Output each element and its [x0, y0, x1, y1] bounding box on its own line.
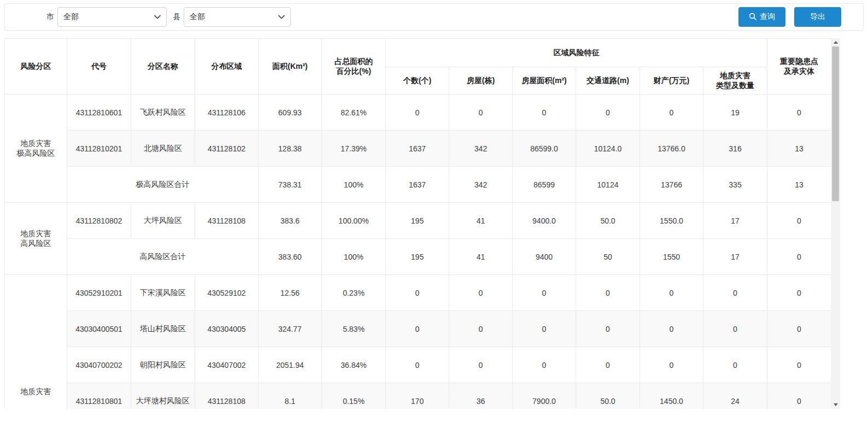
table-cell: 43112810802 [67, 203, 131, 239]
risk-table: 风险分区 代号 分区名称 分布区域 面积(Km²) 占总面积的 百分比(%) 区… [4, 38, 831, 409]
table-cell: 1550 [640, 239, 703, 275]
export-button[interactable]: 导出 [794, 7, 841, 27]
table-cell: 100.00% [322, 203, 386, 239]
risk-group-label: 地质灾害 [5, 275, 67, 409]
table-cell: 431128108 [195, 203, 259, 239]
table-cell: 大坪风险区 [131, 203, 195, 239]
table-cell: 13766 [640, 167, 703, 203]
table-cell: 塔山村风险区 [131, 311, 195, 347]
table-cell: 19 [703, 95, 767, 131]
table-cell: 342 [449, 167, 513, 203]
scroll-down-icon [834, 403, 838, 406]
table-cell: 北塘风险区 [131, 131, 195, 167]
col-header-houses: 房屋(栋) [449, 67, 513, 95]
table-cell: 0 [449, 347, 513, 383]
col-header-region-risk-features: 区域风险特征 [386, 39, 767, 67]
col-header-risk-zone: 风险分区 [5, 39, 67, 95]
table-cell: 430304005 [195, 311, 259, 347]
table-cell: 430407002 [195, 347, 259, 383]
county-select[interactable]: 全部 [184, 7, 291, 27]
table-cell: 0 [386, 275, 449, 311]
table-cell: 431128106 [195, 95, 259, 131]
table-cell: 0 [513, 275, 576, 311]
table-cell: 86599.0 [513, 131, 576, 167]
subtotal-label: 极高风险区合计 [67, 167, 259, 203]
table-cell: 0 [767, 275, 831, 311]
col-header-zone-name: 分区名称 [131, 39, 195, 95]
table-row: 43112810201北塘风险区431128102128.3817.39%163… [5, 131, 831, 167]
scroll-up-button[interactable] [831, 38, 840, 46]
table-cell: 43112810601 [67, 95, 131, 131]
table-cell: 50.0 [576, 383, 640, 409]
table-cell: 0 [449, 95, 513, 131]
table-cell: 0 [767, 347, 831, 383]
table-cell: 0 [513, 95, 576, 131]
table-cell: 100% [322, 167, 386, 203]
table-cell: 100% [322, 239, 386, 275]
table-row: 地质灾害 极高风险区43112810601飞跃村风险区431128106609.… [5, 95, 831, 131]
table-cell: 1550.0 [640, 203, 703, 239]
table-cell: 609.93 [259, 95, 322, 131]
table-cell: 195 [386, 239, 449, 275]
table-cell: 43030400501 [67, 311, 131, 347]
table-cell: 0 [513, 311, 576, 347]
table-cell: 0 [449, 275, 513, 311]
query-button-label: 查询 [760, 12, 775, 22]
table-cell: 0 [703, 347, 767, 383]
search-icon [749, 13, 756, 22]
table-cell: 12.56 [259, 275, 322, 311]
chevron-down-icon [278, 15, 285, 19]
table-cell: 316 [703, 131, 767, 167]
table-cell: 0 [576, 311, 640, 347]
table-cell: 飞跃村风险区 [131, 95, 195, 131]
table-row: 43112810801大坪塘村风险区4311281088.10.15%17036… [5, 383, 831, 409]
table-cell: 0 [386, 95, 449, 131]
table-row: 地质灾害 高风险区43112810802大坪风险区431128108383.61… [5, 203, 831, 239]
filter-bar: 市 全部 县 全部 查询 导出 [4, 3, 864, 31]
scrollbar-thumb[interactable] [832, 46, 839, 201]
table-cell: 0 [767, 203, 831, 239]
table-cell: 17.39% [322, 131, 386, 167]
table-cell: 下宋溪风险区 [131, 275, 195, 311]
table-cell: 43052910201 [67, 275, 131, 311]
table-cell: 0.23% [322, 275, 386, 311]
table-cell: 43112810801 [67, 383, 131, 409]
table-cell: 17 [703, 203, 767, 239]
col-header-disaster-types: 地质灾害 类型及数量 [703, 67, 767, 95]
query-button[interactable]: 查询 [738, 7, 785, 27]
table-cell: 431128102 [195, 131, 259, 167]
table-row: 高风险区合计383.60100%195419400501550170 [5, 239, 831, 275]
table-cell: 195 [386, 203, 449, 239]
table-cell: 430529102 [195, 275, 259, 311]
table-cell: 431128108 [195, 383, 259, 409]
table-row: 43030400501塔山村风险区430304005324.775.83%000… [5, 311, 831, 347]
table-cell: 1450.0 [640, 383, 703, 409]
table-cell: 1637 [386, 167, 449, 203]
table-cell: 0 [640, 95, 703, 131]
table-cell: 13 [767, 167, 831, 203]
table-cell: 0 [640, 275, 703, 311]
table-cell: 738.31 [259, 167, 322, 203]
table-cell: 0 [703, 275, 767, 311]
table-cell: 170 [386, 383, 449, 409]
table-header: 风险分区 代号 分区名称 分布区域 面积(Km²) 占总面积的 百分比(%) 区… [5, 39, 831, 95]
vertical-scrollbar[interactable] [831, 38, 840, 409]
table-cell: 0 [449, 311, 513, 347]
scroll-down-button[interactable] [831, 401, 840, 409]
table-cell: 朝阳村风险区 [131, 347, 195, 383]
chevron-down-icon [154, 15, 161, 19]
col-header-area: 面积(Km²) [259, 39, 322, 95]
table-cell: 0 [513, 347, 576, 383]
table-row: 43040700202朝阳村风险区4304070022051.9436.84%0… [5, 347, 831, 383]
table-cell: 1637 [386, 131, 449, 167]
table-cell: 86599 [513, 167, 576, 203]
col-header-key-points: 重要隐患点 及承灾体 [767, 39, 831, 95]
table-cell: 0 [767, 383, 831, 409]
table-cell: 7900.0 [513, 383, 576, 409]
county-field: 县 全部 [173, 7, 291, 27]
scroll-up-icon [834, 41, 838, 44]
table-cell: 41 [449, 239, 513, 275]
table-row: 地质灾害43052910201下宋溪风险区43052910212.560.23%… [5, 275, 831, 311]
city-select-value: 全部 [63, 12, 79, 22]
city-select[interactable]: 全部 [57, 7, 167, 27]
